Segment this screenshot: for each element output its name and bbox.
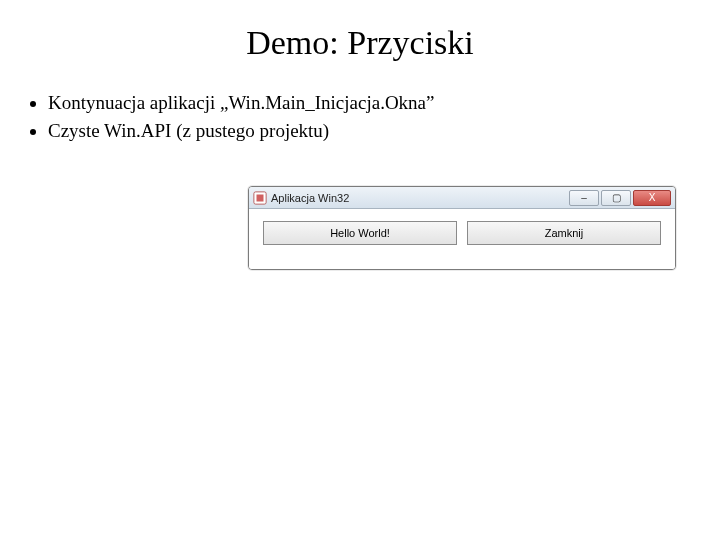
window-client-area: Hello World! Zamknij xyxy=(249,209,675,269)
close-icon: X xyxy=(649,192,656,203)
zamknij-button[interactable]: Zamknij xyxy=(467,221,661,245)
minimize-button[interactable]: – xyxy=(569,190,599,206)
maximize-icon: ▢ xyxy=(612,192,621,203)
list-item: Kontynuacja aplikacji „Win.Main_Inicjacj… xyxy=(48,90,692,116)
window-title: Aplikacja Win32 xyxy=(271,192,567,204)
hello-world-button[interactable]: Hello World! xyxy=(263,221,457,245)
bullet-list: Kontynuacja aplikacji „Win.Main_Inicjacj… xyxy=(34,90,692,143)
maximize-button[interactable]: ▢ xyxy=(601,190,631,206)
window-titlebar[interactable]: Aplikacja Win32 – ▢ X xyxy=(249,187,675,209)
slide: Demo: Przyciski Kontynuacja aplikacji „W… xyxy=(0,0,720,540)
button-label: Hello World! xyxy=(330,227,390,239)
list-item: Czyste Win.API (z pustego projektu) xyxy=(48,118,692,144)
minimize-icon: – xyxy=(581,192,587,203)
app-icon xyxy=(253,191,267,205)
slide-title: Demo: Przyciski xyxy=(28,24,692,62)
svg-rect-1 xyxy=(257,194,264,201)
button-label: Zamknij xyxy=(545,227,584,239)
close-window-button[interactable]: X xyxy=(633,190,671,206)
app-window: Aplikacja Win32 – ▢ X Hello World! Zamkn… xyxy=(248,186,676,270)
